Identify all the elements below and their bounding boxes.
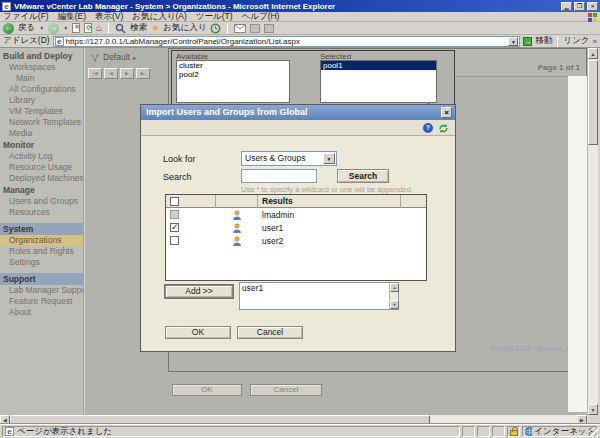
row-name: user2 [258, 236, 401, 246]
sidebar-item-settings[interactable]: Settings [0, 257, 83, 268]
sidebar-item-library[interactable]: Library [0, 95, 83, 106]
close-button[interactable]: × [587, 2, 598, 11]
favorites-star-icon[interactable]: ★ [151, 23, 159, 33]
menu-item[interactable]: ツール(T) [196, 11, 233, 23]
search-toolbar-label[interactable]: 検索 [130, 22, 147, 34]
user-icon-cell [216, 223, 258, 233]
row-checkbox[interactable] [170, 210, 179, 219]
mail-icon[interactable] [234, 24, 246, 33]
search-icon[interactable] [115, 23, 126, 34]
first-page-button[interactable]: |◀ [88, 68, 102, 79]
address-input[interactable]: e https://127.0.0.1/LabManager/ControlPa… [53, 36, 521, 47]
sidebar-item-network-templates[interactable]: Network Templates [0, 117, 83, 128]
links-chevron-icon[interactable]: » [593, 37, 597, 46]
look-for-select[interactable]: Users & Groups ▼ [241, 151, 337, 166]
look-for-dropdown-icon[interactable]: ▼ [323, 153, 335, 164]
minimize-button[interactable]: ▁ [561, 2, 572, 11]
dialog-close-icon[interactable]: × [441, 107, 452, 118]
sidebar-item-roles-and-rights[interactable]: Roles and Rights [0, 246, 83, 257]
back-icon[interactable]: ← [3, 23, 14, 34]
results-table-header: Results [166, 195, 426, 208]
favorites-label[interactable]: お気に入り [163, 22, 206, 34]
add-button[interactable]: Add >> [165, 285, 233, 298]
go-label[interactable]: 移動 [535, 35, 552, 47]
menu-bar-items: ファイル(F)編集(E)表示(V)お気に入り(A)ツール(T)ヘルプ(H) [3, 11, 279, 23]
help-icon[interactable]: ? [423, 123, 433, 133]
horizontal-scroll-thumb[interactable] [10, 415, 430, 424]
list-item[interactable]: cluster [177, 61, 289, 70]
back-label[interactable]: 戻る [18, 22, 35, 34]
address-dropdown-icon[interactable]: ▼ [508, 37, 518, 46]
refresh-icon[interactable]: ⟳ [84, 23, 92, 33]
links-label[interactable]: リンク [563, 35, 589, 47]
menu-item[interactable]: ヘルプ(H) [242, 11, 280, 23]
dialog-refresh-icon[interactable] [438, 123, 449, 134]
results-table: Results lmadmin user1 user2 [165, 194, 427, 281]
import-scroll-down-icon[interactable]: ▼ [390, 300, 399, 309]
sidebar-item-all-configurations[interactable]: All Configurations [0, 84, 83, 95]
sidebar-item-deployed-machines[interactable]: Deployed Machines [0, 173, 83, 184]
import-scroll-up-icon[interactable]: ▲ [390, 283, 399, 292]
scroll-up-icon[interactable]: ▲ [588, 48, 598, 59]
sidebar-item-vm-templates[interactable]: VM Templates [0, 106, 83, 117]
dialog-cancel-button[interactable]: Cancel [237, 326, 303, 339]
sidebar-item-resources[interactable]: Resources [0, 207, 83, 218]
stop-icon[interactable]: × [72, 23, 80, 33]
scroll-left-icon[interactable]: ◀ [0, 415, 10, 424]
sidebar-item-media[interactable]: Media [0, 128, 83, 139]
menu-item[interactable]: お気に入り(A) [132, 11, 186, 23]
available-listbox[interactable]: clusterpool2 [176, 60, 290, 103]
menu-bar: ファイル(F)編集(E)表示(V)お気に入り(A)ツール(T)ヘルプ(H) [0, 12, 600, 22]
list-item[interactable]: pool2 [177, 70, 289, 79]
import-list-item[interactable]: user1 [240, 283, 389, 293]
sidebar-item-main[interactable]: Main [0, 73, 83, 84]
list-item[interactable]: pool1 [321, 61, 436, 70]
menu-item[interactable]: 編集(E) [58, 11, 86, 23]
horizontal-scrollbar[interactable]: ◀ ▶ [0, 415, 588, 424]
vertical-scrollbar[interactable]: ▲ ▼ [588, 48, 598, 415]
restore-button[interactable]: ❐ [574, 2, 585, 11]
sidebar-item-users-and-groups[interactable]: Users and Groups [0, 196, 83, 207]
sidebar-item-workspaces[interactable]: Workspaces [0, 62, 83, 73]
menu-item[interactable]: ファイル(F) [3, 11, 49, 23]
go-icon[interactable]: → [523, 37, 532, 46]
menu-item[interactable]: 表示(V) [95, 11, 123, 23]
vertical-scroll-thumb[interactable] [588, 60, 598, 145]
page-cancel-button[interactable]: Cancel [250, 384, 322, 396]
history-icon[interactable] [210, 23, 221, 34]
page-favicon: e [55, 37, 64, 46]
back-dropdown-icon[interactable]: ▼ [39, 25, 44, 31]
page-ok-button[interactable]: OK [172, 384, 242, 396]
resize-grip[interactable] [589, 427, 599, 437]
sidebar-item-organizations[interactable]: Organizations [0, 235, 83, 246]
print-icon[interactable] [250, 24, 260, 33]
scroll-down-icon[interactable]: ▼ [588, 404, 598, 415]
prev-page-button[interactable]: ◀ [104, 68, 118, 79]
selected-listbox[interactable]: pool1 [320, 60, 437, 103]
select-all-checkbox[interactable] [170, 197, 179, 206]
sidebar-item-resource-usage[interactable]: Resource Usage [0, 162, 83, 173]
dialog-titlebar[interactable]: Import Users and Groups from Global × [141, 105, 455, 120]
sidebar-item-activity-log[interactable]: Activity Log [0, 151, 83, 162]
scroll-right-icon[interactable]: ▶ [577, 415, 587, 424]
import-list[interactable]: user1 ▲ ▼ [239, 282, 399, 310]
sidebar-item-lab-manager-support[interactable]: Lab Manager Support [0, 285, 83, 296]
organization-selector[interactable]: Default ▸ [90, 52, 136, 62]
last-page-button[interactable]: ▶| [136, 68, 150, 79]
sidebar-item-feature-request[interactable]: Feature Request [0, 296, 83, 307]
forward-dropdown-icon[interactable]: ▼ [63, 25, 68, 31]
edit-icon[interactable] [264, 24, 274, 33]
import-list-scrollbar[interactable]: ▲ ▼ [389, 283, 398, 309]
look-for-value: Users & Groups [242, 153, 305, 163]
sidebar-item-about[interactable]: About [0, 307, 83, 318]
next-page-button[interactable]: ▶ [120, 68, 134, 79]
row-checkbox[interactable] [170, 236, 179, 245]
home-icon[interactable]: ⌂ [96, 23, 102, 33]
forward-icon[interactable]: → [48, 23, 59, 34]
status-page-icon: e [5, 427, 14, 436]
user-icon [232, 223, 242, 233]
row-checkbox[interactable] [170, 223, 179, 232]
search-input[interactable] [241, 169, 317, 183]
search-button[interactable]: Search [337, 169, 389, 183]
dialog-ok-button[interactable]: OK [165, 326, 231, 339]
